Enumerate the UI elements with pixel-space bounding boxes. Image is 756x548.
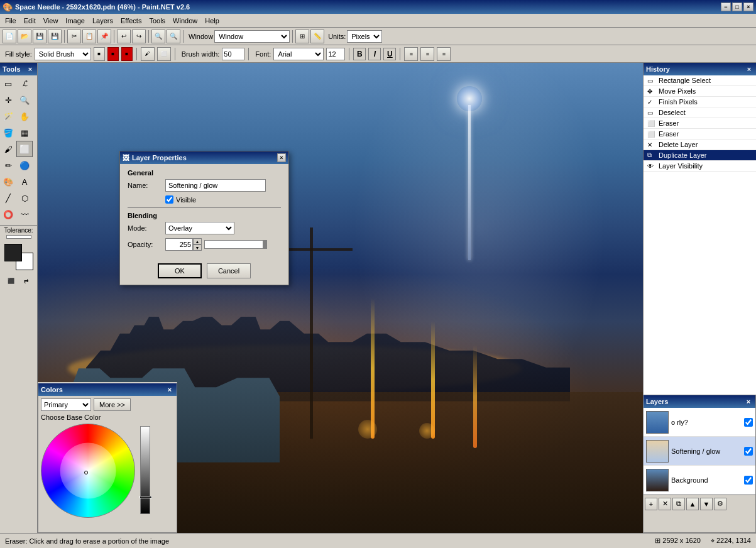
layer-visible-glow[interactable] (744, 447, 753, 456)
more-button[interactable]: More >> (94, 398, 131, 411)
history-item[interactable]: ✓ Finish Pixels (644, 97, 756, 107)
line-tool[interactable]: ╱ (0, 190, 16, 206)
dialog-close-button[interactable]: × (277, 153, 286, 162)
ellipse-tool[interactable]: ⭕ (0, 206, 16, 222)
pencil-tool[interactable]: ✏ (0, 157, 16, 173)
paint-bucket-tool[interactable]: 🪣 (0, 124, 16, 141)
history-item-active[interactable]: ⧉ Duplicate Layer (644, 150, 756, 161)
align-right-button[interactable]: ≡ (437, 47, 451, 61)
menu-tools[interactable]: Tools (145, 16, 169, 26)
history-item[interactable]: ⬜ Eraser (644, 118, 756, 129)
fill-style-select[interactable]: Solid Brush (35, 48, 91, 60)
layer-visible-background[interactable] (744, 476, 753, 485)
units-select[interactable]: Pixels (347, 30, 382, 43)
color-wheel[interactable] (41, 424, 135, 518)
brush-width-input[interactable] (222, 48, 244, 60)
layer-item-orly[interactable]: o rly? (644, 408, 755, 437)
paste-button[interactable]: 📌 (97, 30, 111, 43)
new-button[interactable]: 📄 (3, 30, 16, 43)
delete-layer-button[interactable]: ✕ (659, 498, 671, 510)
layer-properties-button[interactable]: ⚙ (714, 498, 726, 510)
primary-secondary-select[interactable]: Primary Secondary (41, 398, 91, 411)
duplicate-layer-button[interactable]: ⧉ (672, 498, 685, 510)
align-left-button[interactable]: ≡ (404, 47, 418, 61)
font-size-input[interactable] (326, 48, 345, 60)
redo-button[interactable]: ↪ (132, 30, 146, 43)
visible-checkbox[interactable] (165, 195, 173, 204)
shapes-tool[interactable]: ⬡ (16, 190, 33, 206)
menu-file[interactable]: File (1, 16, 20, 26)
menu-window[interactable]: Window (169, 16, 201, 26)
fill-style-btn1[interactable]: ■ (94, 47, 105, 61)
layers-panel-close[interactable]: × (744, 397, 753, 406)
layer-name-input[interactable] (165, 179, 266, 192)
save-button[interactable]: 💾 (33, 30, 47, 43)
move-layer-up-button[interactable]: ▲ (686, 498, 699, 510)
window-select[interactable]: Window (214, 30, 290, 43)
layer-item-background[interactable]: Background (644, 466, 755, 495)
pan-tool[interactable]: ✋ (16, 108, 33, 124)
open-button[interactable]: 📂 (18, 30, 31, 43)
freeform-tool[interactable]: 〰 (16, 206, 33, 222)
underline-button[interactable]: U (383, 48, 396, 60)
cancel-button[interactable]: Cancel (207, 263, 251, 278)
opacity-spin-up[interactable]: ▲ (193, 238, 202, 244)
opacity-input[interactable] (165, 238, 193, 251)
add-layer-button[interactable]: + (645, 498, 657, 510)
swap-colors-btn[interactable]: ⇄ (19, 274, 33, 288)
opacity-spin-down[interactable]: ▼ (193, 244, 202, 251)
lasso-tool[interactable]: 𝓛 (16, 75, 33, 92)
eraser-tool active[interactable]: ⬜ (16, 141, 33, 157)
history-item[interactable]: ✥ Move Pixels (644, 86, 756, 97)
tools-panel-close[interactable]: × (26, 65, 35, 74)
zoom-tool[interactable]: 🔍 (16, 92, 33, 108)
minimize-button[interactable]: − (721, 3, 731, 11)
selection-tool[interactable]: ▭ (0, 75, 16, 92)
blend-mode-select[interactable]: Normal Multiply Screen Overlay Darken Li… (165, 222, 234, 234)
colors-panel-close[interactable]: × (165, 385, 174, 394)
magic-wand-tool[interactable]: 🪄 (0, 108, 16, 124)
menu-help[interactable]: Help (201, 16, 223, 26)
history-panel-close[interactable]: × (745, 65, 753, 74)
menu-edit[interactable]: Edit (20, 16, 40, 26)
fill-style-btn3[interactable]: ■ (121, 47, 133, 61)
fill-style-btn2[interactable]: ■ (107, 47, 119, 61)
clone-tool[interactable]: 🔵 (16, 157, 33, 173)
history-item[interactable]: ✕ Delete Layer (644, 140, 756, 150)
history-item[interactable]: ⬜ Eraser (644, 129, 756, 140)
color-picker-btn[interactable]: ⬛ (4, 274, 18, 288)
save-all-button[interactable]: 💾 (48, 30, 62, 43)
maximize-button[interactable]: □ (732, 3, 742, 11)
recolor-tool[interactable]: 🎨 (0, 173, 16, 190)
layer-visible-orly[interactable] (744, 418, 753, 427)
align-center-button[interactable]: ≡ (420, 47, 434, 61)
brush-tool-btn[interactable]: 🖌 (141, 47, 155, 61)
paintbrush-tool[interactable]: 🖌 (0, 141, 16, 157)
zoom-in-button[interactable]: 🔍 (167, 30, 180, 43)
italic-button[interactable]: I (368, 48, 381, 60)
layer-item-glow[interactable]: Softening / glow (644, 437, 755, 466)
eraser-btn[interactable]: ⬜ (157, 47, 171, 61)
cut-button[interactable]: ✂ (67, 30, 81, 43)
ok-button[interactable]: OK (158, 263, 202, 278)
undo-button[interactable]: ↩ (117, 30, 131, 43)
text-tool[interactable]: A (16, 173, 33, 190)
value-slider[interactable] (140, 426, 150, 514)
move-layer-down-button[interactable]: ▼ (700, 498, 713, 510)
history-item[interactable]: 👁 Layer Visibility (644, 161, 756, 172)
font-select[interactable]: Arial (273, 48, 324, 60)
menu-view[interactable]: View (40, 16, 62, 26)
close-window-button[interactable]: × (743, 3, 753, 11)
copy-button[interactable]: 📋 (82, 30, 96, 43)
menu-image[interactable]: Image (62, 16, 89, 26)
zoom-out-button[interactable]: 🔍 (151, 30, 165, 43)
history-item[interactable]: ▭ Rectangle Select (644, 75, 756, 86)
gradient-tool[interactable]: ▦ (16, 124, 33, 141)
ruler-toggle[interactable]: 📏 (310, 30, 324, 43)
bold-button[interactable]: B (353, 48, 366, 60)
menu-layers[interactable]: Layers (89, 16, 117, 26)
move-selection-tool[interactable]: ✛ (0, 92, 16, 108)
foreground-color-swatch[interactable] (4, 244, 22, 261)
opacity-track[interactable] (204, 240, 267, 249)
menu-effects[interactable]: Effects (117, 16, 145, 26)
